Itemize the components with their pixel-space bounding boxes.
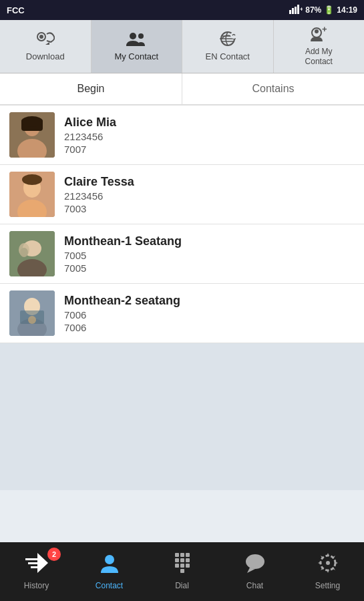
svg-point-12 — [315, 29, 319, 33]
svg-point-6 — [39, 35, 43, 39]
nav-history[interactable]: 2 History — [0, 542, 73, 601]
battery-icon: 🔋 — [324, 5, 334, 15]
tab-en-contact-label: EN Contact — [206, 51, 250, 61]
tab-my-contact-label: My Contact — [114, 51, 158, 61]
svg-marker-37 — [37, 553, 48, 573]
my-contact-icon — [126, 31, 146, 49]
chat-icon — [244, 553, 266, 578]
svg-text:+: + — [300, 6, 303, 13]
signal-icon: + — [289, 5, 303, 16]
svg-rect-45 — [175, 564, 179, 568]
svg-rect-2 — [295, 7, 297, 14]
svg-point-28 — [20, 248, 28, 257]
tab-my-contact[interactable]: My Contact — [92, 20, 183, 73]
contact-info: Monthean-2 seatang 7006 7006 — [64, 294, 180, 333]
contact-info: Monthean-1 Seatang 7005 7005 — [64, 234, 182, 274]
bottom-navigation: 2 History Contact — [0, 542, 364, 601]
tab-download[interactable]: Download — [0, 20, 92, 73]
nav-history-label: History — [24, 581, 49, 590]
setting-icon — [318, 553, 338, 578]
tab-download-label: Download — [26, 51, 65, 61]
svg-rect-36 — [31, 566, 37, 568]
en-contact-icon — [219, 31, 236, 49]
svg-rect-40 — [180, 553, 184, 557]
contact-number-1: 2123456 — [64, 190, 134, 202]
contact-number-1: 2123456 — [64, 131, 116, 142]
nav-chat[interactable]: Chat — [218, 542, 291, 601]
avatar — [9, 172, 55, 217]
dial-icon — [172, 553, 192, 578]
svg-point-8 — [138, 33, 144, 39]
svg-rect-3 — [297, 5, 299, 14]
nav-setting-label: Setting — [315, 581, 340, 590]
nav-dial-label: Dial — [175, 581, 189, 590]
contact-list: Alice Mia 2123456 7007 Claire Tessa 2123… — [0, 106, 364, 343]
filter-contains-button[interactable]: Contains — [182, 73, 364, 104]
svg-rect-1 — [292, 8, 294, 14]
nav-setting[interactable]: Setting — [291, 542, 364, 601]
contact-number-2: 7005 — [64, 262, 182, 274]
add-contact-icon: + — [309, 27, 328, 44]
nav-dial[interactable]: Dial — [146, 542, 218, 601]
svg-rect-44 — [186, 558, 190, 562]
svg-rect-23 — [23, 178, 41, 182]
svg-rect-34 — [25, 558, 37, 560]
status-icons: + 87% 🔋 14:19 — [289, 5, 357, 16]
contact-name: Claire Tessa — [64, 175, 134, 189]
svg-rect-42 — [175, 558, 179, 562]
time-display: 14:19 — [337, 5, 357, 15]
svg-text:+: + — [322, 27, 327, 34]
filter-bar: Begin Contains — [0, 73, 364, 106]
svg-rect-39 — [175, 553, 179, 557]
app-title: FCC — [7, 5, 25, 15]
nav-contact[interactable]: Contact — [73, 542, 146, 601]
svg-rect-41 — [186, 553, 190, 557]
avatar — [9, 290, 55, 336]
battery-text: 87% — [305, 5, 321, 15]
nav-contact-label: Contact — [96, 581, 123, 590]
tab-add-contact[interactable]: + Add MyContact — [274, 20, 365, 73]
svg-rect-35 — [28, 562, 37, 564]
history-icon — [25, 553, 48, 578]
contact-icon — [100, 553, 120, 578]
contact-number-1: 7005 — [64, 250, 182, 261]
list-item[interactable]: Alice Mia 2123456 7007 — [0, 106, 364, 165]
filter-begin-button[interactable]: Begin — [0, 73, 182, 104]
svg-rect-46 — [180, 564, 184, 568]
download-icon — [36, 31, 55, 49]
svg-rect-43 — [180, 558, 184, 562]
svg-rect-0 — [289, 10, 291, 14]
contact-number-2: 7007 — [64, 144, 116, 155]
contact-info: Alice Mia 2123456 7007 — [64, 116, 116, 155]
status-bar: FCC + 87% 🔋 14:19 — [0, 0, 364, 20]
list-item[interactable]: Monthean-1 Seatang 7005 7005 — [0, 224, 364, 284]
avatar — [9, 112, 55, 158]
svg-point-49 — [246, 554, 264, 569]
list-item[interactable]: Claire Tessa 2123456 7003 — [0, 165, 364, 224]
svg-rect-48 — [180, 569, 184, 573]
contact-info: Claire Tessa 2123456 7003 — [64, 175, 134, 214]
svg-point-7 — [130, 33, 136, 39]
contact-name: Monthean-2 seatang — [64, 294, 180, 308]
svg-point-38 — [105, 555, 114, 564]
svg-rect-47 — [186, 564, 190, 568]
history-badge: 2 — [47, 548, 61, 561]
contact-number-2: 7003 — [64, 203, 134, 214]
svg-point-33 — [28, 316, 36, 324]
main-tab-bar: Download My Contact EN Contact — [0, 20, 364, 73]
contact-number-1: 7006 — [64, 309, 180, 321]
empty-area — [0, 343, 364, 490]
nav-chat-label: Chat — [246, 581, 263, 590]
tab-en-contact[interactable]: EN Contact — [182, 20, 274, 73]
svg-point-18 — [21, 116, 43, 127]
list-item[interactable]: Monthean-2 seatang 7006 7006 — [0, 284, 364, 343]
svg-point-55 — [326, 561, 330, 565]
tab-add-contact-label: Add MyContact — [305, 47, 333, 66]
contact-name: Monthean-1 Seatang — [64, 234, 182, 248]
contact-name: Alice Mia — [64, 116, 116, 130]
avatar — [9, 231, 55, 276]
contact-number-2: 7006 — [64, 322, 180, 333]
